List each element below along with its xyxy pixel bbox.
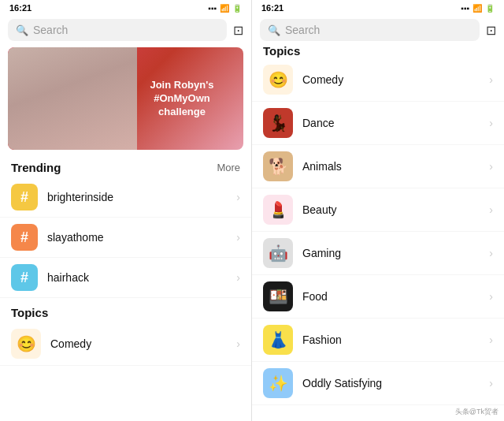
more-button[interactable]: More (217, 162, 240, 173)
chevron-icon-2: › (236, 231, 240, 244)
wifi-icon: 📶 (220, 4, 229, 13)
topic-animals[interactable]: 🐕 Animals › (252, 145, 504, 188)
right-wifi-icon: 📶 (472, 4, 482, 13)
comedy-icon: 😊 (263, 65, 293, 95)
left-time: 16:21 (9, 3, 32, 13)
trending-label-2: slayathome (47, 231, 236, 244)
trending-label-3: hairhack (47, 271, 236, 284)
oddly-label: Oddly Satisfying (302, 377, 489, 389)
left-search-bar[interactable]: 🔍 Search (8, 19, 227, 41)
topic-food[interactable]: 🍱 Food › (252, 275, 504, 319)
trending-item-3[interactable]: # hairhack › (0, 258, 251, 298)
right-battery-icon: 🔋 (485, 4, 495, 13)
trending-label-1: brighterinside (47, 191, 236, 203)
trending-header: Trending More (0, 153, 251, 177)
right-topics-header: Topics (252, 44, 504, 58)
gaming-icon: 🤖 (263, 238, 293, 268)
beauty-icon: 💄 (263, 195, 293, 225)
hashtag-box-1: # (11, 184, 38, 210)
comedy-chevron-r: › (489, 73, 493, 86)
food-chevron: › (489, 290, 493, 303)
animals-chevron: › (489, 160, 493, 173)
right-search-placeholder: Search (285, 24, 320, 36)
topic-fashion[interactable]: 👗 Fashion › (252, 319, 504, 362)
chevron-icon-3: › (236, 271, 240, 284)
topics-list: 😊 Comedy › 💃 Dance › 🐕 Animals › 💄 (252, 58, 504, 421)
left-search-placeholder: Search (33, 24, 68, 36)
comedy-topic-icon: 😊 (11, 329, 41, 359)
left-status-icons: ▪▪▪ 📶 🔋 (208, 4, 242, 13)
watermark: 头条@Tk贸者 (453, 406, 501, 418)
trending-item-1[interactable]: # brighterinside › (0, 177, 251, 218)
left-search-icon: 🔍 (16, 24, 28, 36)
beauty-label: Beauty (302, 203, 489, 216)
hashtag-symbol-2: # (20, 229, 28, 246)
left-expand-icon[interactable]: ⊡ (233, 23, 243, 38)
banner-line3: challenge (127, 105, 237, 118)
topic-beauty[interactable]: 💄 Beauty › (252, 188, 504, 232)
signal-icon: ▪▪▪ (208, 4, 217, 13)
right-signal-icon: ▪▪▪ (461, 4, 469, 13)
trending-item-2[interactable]: # slayathome › (0, 218, 251, 258)
oddly-chevron: › (489, 377, 493, 389)
comedy-topic-label: Comedy (50, 337, 236, 350)
right-panel: 16:21 ▪▪▪ 📶 🔋 🔍 Search ⊡ Topics 😊 Comedy… (252, 0, 504, 421)
topic-gaming[interactable]: 🤖 Gaming › (252, 232, 504, 275)
banner-person-image (8, 47, 137, 150)
fashion-chevron: › (489, 333, 493, 346)
left-search-wrapper: 🔍 Search ⊡ (0, 16, 251, 44)
left-scroll: Trending More # brighterinside › # slaya… (0, 153, 251, 421)
gaming-chevron: › (489, 247, 493, 259)
left-topics-title: Topics (11, 306, 48, 319)
dance-chevron: › (489, 117, 493, 129)
chevron-icon-1: › (236, 191, 240, 203)
food-label: Food (302, 290, 489, 303)
hashtag-box-2: # (11, 224, 38, 251)
banner-line1: Join Robyn's (127, 79, 237, 92)
right-time: 16:21 (261, 3, 284, 13)
right-search-icon: 🔍 (268, 24, 280, 36)
fashion-label: Fashion (302, 333, 489, 346)
comedy-label: Comedy (302, 73, 489, 86)
battery-icon: 🔋 (232, 4, 242, 13)
topic-comedy[interactable]: 😊 Comedy › (252, 58, 504, 102)
beauty-chevron: › (489, 203, 493, 216)
food-icon: 🍱 (263, 281, 293, 311)
dance-label: Dance (302, 117, 489, 129)
animals-label: Animals (302, 160, 489, 173)
banner-text: Join Robyn's #OnMyOwn challenge (127, 79, 237, 119)
comedy-chevron: › (236, 337, 240, 350)
left-panel: 16:21 ▪▪▪ 📶 🔋 🔍 Search ⊡ Join Robyn's #O… (0, 0, 252, 421)
right-expand-icon[interactable]: ⊡ (486, 23, 496, 38)
banner-line2: #OnMyOwn (127, 92, 237, 106)
right-status-bar: 16:21 ▪▪▪ 📶 🔋 (252, 0, 504, 16)
oddly-icon: ✨ (263, 368, 293, 398)
hashtag-box-3: # (11, 264, 38, 291)
fashion-icon: 👗 (263, 325, 293, 355)
topic-dance[interactable]: 💃 Dance › (252, 102, 504, 145)
dance-icon: 💃 (263, 108, 293, 138)
animals-icon: 🐕 (263, 151, 293, 181)
challenge-banner[interactable]: Join Robyn's #OnMyOwn challenge (8, 47, 243, 150)
left-topics-header: Topics (0, 298, 251, 322)
left-topic-comedy[interactable]: 😊 Comedy › (0, 322, 251, 366)
gaming-label: Gaming (302, 247, 489, 259)
trending-title: Trending (11, 161, 61, 174)
hashtag-symbol-3: # (20, 270, 28, 286)
left-status-bar: 16:21 ▪▪▪ 📶 🔋 (0, 0, 251, 16)
right-status-icons: ▪▪▪ 📶 🔋 (461, 4, 495, 13)
topic-oddly-satisfying[interactable]: ✨ Oddly Satisfying › (252, 362, 504, 405)
hashtag-symbol: # (20, 189, 28, 206)
